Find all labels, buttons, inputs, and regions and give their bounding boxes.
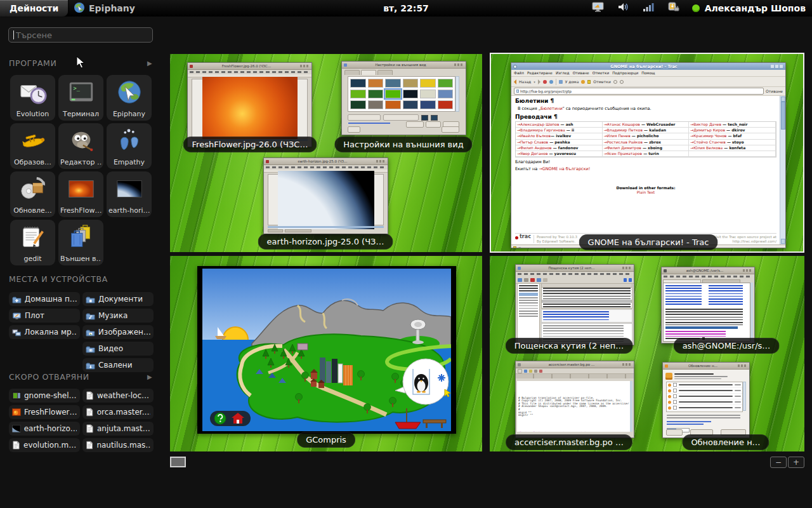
update-row[interactable]: [667, 388, 742, 394]
bulletins-link[interactable]: Бюлетини: [540, 106, 563, 111]
app-menu[interactable]: Epiphany: [74, 0, 135, 17]
wallpaper-thumbnail[interactable]: [385, 100, 401, 109]
wallpaper-thumbnail[interactable]: [368, 100, 384, 109]
forward-icon[interactable]: [538, 79, 540, 84]
recent-item[interactable]: gnome-shel…: [9, 389, 80, 403]
window-evolution[interactable]: Пощенска кутия (2 неп…: [515, 264, 634, 345]
recent-item[interactable]: earth-horizo…: [9, 422, 80, 436]
app-tile-external-tools[interactable]: Външен в…: [58, 220, 103, 265]
recent-expand-icon[interactable]: ▶: [147, 373, 152, 380]
color-swatch[interactable]: [421, 115, 428, 121]
app-tile-terminal[interactable]: >_ Терминал: [58, 75, 103, 121]
get-more-link[interactable]: [348, 123, 390, 124]
help-button[interactable]: [666, 429, 683, 436]
team-link[interactable]: →GNOME на български!: [539, 166, 590, 171]
place-documents[interactable]: Документи: [82, 292, 154, 306]
stop-icon[interactable]: [543, 80, 547, 84]
history-icon[interactable]: [581, 80, 585, 84]
back-icon[interactable]: [514, 79, 516, 84]
scrollbar[interactable]: [455, 76, 459, 112]
wallpaper-thumbnail[interactable]: [403, 90, 419, 98]
tab-strip[interactable]: [516, 374, 634, 378]
app-tile-gimp[interactable]: Редактор …: [58, 123, 103, 169]
info-link[interactable]: [667, 424, 704, 425]
scrollbar[interactable]: [743, 382, 746, 411]
dropdown[interactable]: [348, 114, 381, 121]
app-tile-gedit[interactable]: gedit: [10, 220, 55, 265]
workspace-2-active[interactable]: GNOME на български! - Trac ФайлРедактира…: [490, 53, 804, 253]
back-button[interactable]: Назад: [519, 79, 531, 84]
recent-item[interactable]: FreshFlower…: [9, 405, 80, 419]
plain-text-link[interactable]: Plain Text: [515, 190, 776, 194]
search-field[interactable]: [8, 27, 153, 43]
update-row[interactable]: [667, 382, 742, 388]
recent-item[interactable]: anjuta.mast…: [82, 422, 154, 436]
bookmarks-icon[interactable]: [587, 80, 591, 84]
reload-icon[interactable]: [549, 80, 553, 84]
url-input[interactable]: http://fsa-bg.org/project/gtp: [514, 88, 764, 95]
wallpaper-thumbnail[interactable]: [368, 90, 384, 98]
app-tile-evolution[interactable]: Evolution: [10, 75, 55, 121]
home-button[interactable]: У дома: [565, 79, 579, 84]
volume-icon[interactable]: [617, 2, 630, 15]
wallpaper-thumbnail[interactable]: [368, 79, 384, 88]
place-desktop[interactable]: Плот: [9, 309, 80, 323]
activities-button[interactable]: Дейности: [0, 0, 68, 17]
remove-workspace-button[interactable]: −: [770, 457, 787, 468]
bookmarks-button[interactable]: Отметки: [593, 79, 610, 84]
zoom-in-icon[interactable]: [620, 80, 624, 84]
window-terminal[interactable]: ash@GNOME:/usr/s…: [661, 267, 755, 344]
window-software-update[interactable]: Обновление н…: [662, 362, 750, 438]
recent-item[interactable]: weather-loc…: [82, 389, 154, 403]
wallpaper-thumbnail[interactable]: [350, 79, 366, 88]
wallpaper-thumbnail-selected[interactable]: [385, 90, 401, 98]
wallpaper-thumbnail[interactable]: [438, 100, 454, 109]
window-epiphany-trac[interactable]: GNOME на български! - Trac ФайлРедактира…: [511, 62, 786, 248]
trac-url-link[interactable]: http://trac.edgewall.com/: [733, 239, 776, 243]
help-button[interactable]: [348, 126, 360, 133]
place-downloads[interactable]: Свалени: [82, 358, 154, 372]
recent-item[interactable]: nautilus.mas…: [82, 438, 154, 452]
app-tile-software-update[interactable]: Обновле…: [10, 171, 55, 217]
window-gimp-earth[interactable]: earth-horizon.jpg-25.0 (ЧЗ…: [263, 157, 388, 234]
zoom-out-icon[interactable]: [613, 80, 617, 84]
place-local-network[interactable]: Локална мр…: [9, 325, 80, 339]
scrollbar[interactable]: [268, 226, 384, 228]
workspace-indicator[interactable]: [170, 457, 186, 467]
recent-item[interactable]: orca.master.…: [82, 405, 154, 419]
window-gimp-freshflower[interactable]: FreshFlower.jpg-26.0 (ЧЗС…: [187, 62, 312, 147]
window-gcompris[interactable]: [197, 266, 456, 434]
menu-bar[interactable]: ФайлРедактиранеИзгледОтиванеОтметкиПодпр…: [511, 70, 785, 77]
wallpaper-thumbnail[interactable]: [420, 79, 436, 88]
workspace-3[interactable]: GCompris: [170, 256, 482, 451]
close-button[interactable]: [442, 126, 459, 133]
dropdown[interactable]: [383, 114, 419, 121]
programs-expand-icon[interactable]: ▶: [147, 60, 152, 67]
app-tile-epiphany[interactable]: Epiphany: [107, 75, 152, 121]
wallpaper-thumbnail[interactable]: [350, 90, 366, 98]
update-row[interactable]: [667, 394, 742, 399]
scrollbar[interactable]: [780, 96, 785, 244]
network-signal-icon[interactable]: [643, 3, 654, 15]
update-row[interactable]: [667, 399, 742, 405]
window-gedit-po[interactable]: accerciser.master.bg.po … # Bulgarian tr…: [515, 361, 634, 438]
go-button[interactable]: Отиване: [766, 89, 783, 93]
recent-item[interactable]: evolution.m…: [9, 438, 80, 452]
app-tile-gcompris[interactable]: Образов…: [10, 123, 55, 169]
wallpaper-thumbnail[interactable]: [420, 100, 436, 109]
app-tile-empathy[interactable]: Empathy: [107, 123, 152, 169]
place-home[interactable]: Домашна п…: [9, 292, 80, 306]
wallpaper-thumbnail[interactable]: [403, 100, 419, 109]
scrollbar[interactable]: [630, 381, 632, 432]
clock[interactable]: вт, 22:57: [383, 0, 429, 17]
workspace-4[interactable]: Пощенска кутия (2 неп…: [490, 256, 804, 451]
search-input[interactable]: [15, 30, 148, 41]
window-buttons[interactable]: [771, 65, 783, 68]
app-tile-earth-image[interactable]: earth-hori…: [107, 171, 152, 217]
place-videos[interactable]: Видео: [82, 342, 154, 356]
wallpaper-thumbnail[interactable]: [420, 90, 436, 98]
window-appearance-settings[interactable]: Настройки на външния вид: [341, 61, 466, 135]
battery-icon[interactable]: [667, 2, 679, 15]
add-workspace-button[interactable]: +: [788, 457, 804, 468]
wallpaper-thumbnail[interactable]: [438, 79, 454, 88]
